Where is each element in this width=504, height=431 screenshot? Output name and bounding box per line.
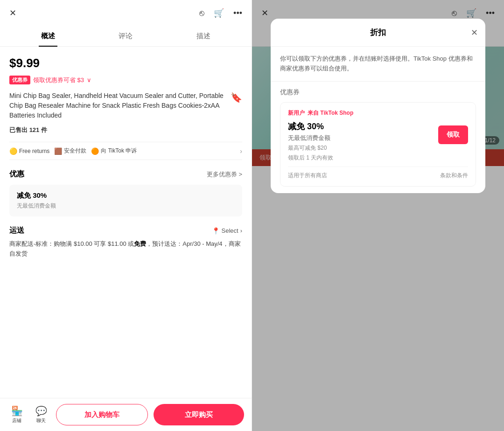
discount-section-header: 优惠 更多优惠券 > [9, 169, 242, 179]
product-title: Mini Chip Bag Sealer, Handheld Heat Vacu… [9, 91, 226, 120]
trust-returns-label: Free returns [19, 148, 49, 154]
trust-secure-label: 安全付款 [64, 147, 86, 155]
coupon-tag: 优惠券 [9, 76, 30, 84]
location-icon: 📍 [212, 227, 220, 235]
chat-icon: 💬 [35, 405, 47, 417]
close-icon[interactable]: ✕ [9, 8, 16, 18]
coupon-card-modal: 新用户 来自 TikTok Shop 减免 30% 无最低消费金额 最高可减免 … [280, 102, 476, 187]
modal-desc: 你可以领取下方的优惠券，并在结账时选择使用。TikTok Shop 优惠券和商家… [271, 47, 485, 82]
coupon-applicable-stores: 适用于所有商店 [288, 172, 327, 180]
trust-complaint-label: 向 TikTok 申诉 [101, 147, 137, 155]
claim-coupon-button[interactable]: 领取 [438, 125, 468, 144]
modal-header: 折扣 ✕ [271, 19, 485, 47]
product-price: $9.99 [9, 56, 242, 70]
modal-close-icon[interactable]: ✕ [471, 28, 478, 38]
discount-card-sub: 无最低消费金额 [17, 202, 235, 210]
share-icon[interactable]: ⎋ [199, 8, 204, 18]
product-title-row: Mini Chip Bag Sealer, Handheld Heat Vacu… [9, 91, 242, 120]
coupon-card-footer: 适用于所有商店 条款和条件 [288, 167, 468, 180]
coupon-main-sub: 无最低消费金额 [288, 134, 438, 142]
more-coupons-link[interactable]: 更多优惠券 > [207, 170, 242, 179]
trust-complaint: 🟠 向 TikTok 申诉 [91, 147, 137, 155]
add-to-cart-button[interactable]: 加入购物车 [56, 404, 148, 425]
left-content: $9.99 优惠券 领取优惠券可省 $3 ∨ Mini Chip Bag Sea… [0, 47, 252, 398]
complaint-icon: 🟠 [91, 147, 99, 155]
coupon-validity: 领取后 1 天内有效 [288, 154, 438, 162]
modal-title: 折扣 [370, 27, 386, 38]
right-panel: ✕ ⎋ 🛒 ••• 概述 评论 描述 1/12 领取平台优惠券 折扣 ✕ 你 [252, 0, 504, 431]
shipping-desc: 商家配送-标准：购物满 $10.00 可享 $11.00 或免费，预计送达：Ap… [9, 239, 242, 259]
tab-overview-left[interactable]: 概述 [9, 26, 87, 46]
sold-count: 已售出 121 件 [9, 126, 242, 134]
coupon-main-title: 减免 30% [288, 121, 438, 132]
discount-card-title: 减免 30% [17, 191, 235, 200]
shipping-section: 运送 📍 Select › 商家配送-标准：购物满 $10.00 可享 $11.… [9, 226, 242, 259]
store-icon: 🏪 [11, 405, 23, 417]
left-top-actions: ⎋ 🛒 ••• [199, 8, 242, 18]
coupon-card-info: 减免 30% 无最低消费金额 最高可减免 $20 领取后 1 天内有效 [288, 121, 438, 162]
secure-pay-icon: 🟫 [54, 147, 62, 155]
left-top-bar: ✕ ⎋ 🛒 ••• [0, 0, 252, 26]
shipping-header: 运送 📍 Select › [9, 226, 242, 236]
tab-description-left[interactable]: 描述 [165, 26, 242, 46]
coupon-text: 领取优惠券可省 $3 [33, 76, 84, 84]
shipping-select-chevron-icon: › [240, 227, 242, 234]
discount-card: 减免 30% 无最低消费金额 [9, 185, 242, 216]
discount-section-title: 优惠 [9, 169, 24, 179]
shipping-title: 运送 [9, 226, 24, 236]
modal-overlay: 折扣 ✕ 你可以领取下方的优惠券，并在结账时选择使用。TikTok Shop 优… [252, 0, 504, 431]
bookmark-icon[interactable]: 🔖 [231, 92, 242, 103]
store-label: 店铺 [12, 417, 21, 424]
shipping-select-text: Select [222, 227, 238, 234]
left-bottom-bar: 🏪 店铺 💬 聊天 加入购物车 立即购买 [0, 398, 252, 431]
discount-modal: 折扣 ✕ 你可以领取下方的优惠券，并在结账时选择使用。TikTok Shop 优… [271, 19, 485, 193]
trust-free-returns: 🟡 Free returns [9, 147, 49, 155]
coupon-badge[interactable]: 优惠券 领取优惠券可省 $3 ∨ [9, 76, 91, 84]
coupon-terms-link[interactable]: 条款和条件 [440, 172, 468, 180]
returns-icon: 🟡 [9, 147, 17, 155]
coupon-card-tags: 新用户 来自 TikTok Shop [288, 109, 468, 117]
shipping-select[interactable]: 📍 Select › [212, 227, 242, 235]
coupon-card-main: 减免 30% 无最低消费金额 最高可减免 $20 领取后 1 天内有效 领取 [288, 121, 468, 162]
left-tabs: 概述 评论 描述 [0, 26, 252, 47]
more-icon[interactable]: ••• [233, 8, 242, 18]
trust-chevron-icon[interactable]: › [240, 147, 242, 155]
store-button[interactable]: 🏪 店铺 [7, 405, 26, 424]
chat-button[interactable]: 💬 聊天 [32, 405, 50, 424]
left-panel: ✕ ⎋ 🛒 ••• 概述 评论 描述 $9.99 优惠券 领取优惠券可省 $3 … [0, 0, 252, 431]
tab-reviews-left[interactable]: 评论 [87, 26, 164, 46]
cart-icon[interactable]: 🛒 [214, 8, 224, 18]
coupon-max-discount: 最高可减免 $20 [288, 144, 438, 152]
trust-secure-pay: 🟫 安全付款 [54, 147, 86, 155]
chat-label: 聊天 [36, 417, 46, 424]
tag-new-user: 新用户 [288, 109, 305, 117]
coupon-expand-icon: ∨ [87, 76, 91, 83]
trust-bar: 🟡 Free returns 🟫 安全付款 🟠 向 TikTok 申诉 › [9, 142, 242, 160]
tag-source: 来自 TikTok Shop [308, 109, 353, 117]
modal-coupon-section: 优惠券 新用户 来自 TikTok Shop 减免 30% 无最低消费金额 最高… [271, 82, 485, 193]
modal-coupon-label: 优惠券 [280, 88, 476, 97]
buy-now-button[interactable]: 立即购买 [154, 404, 245, 425]
